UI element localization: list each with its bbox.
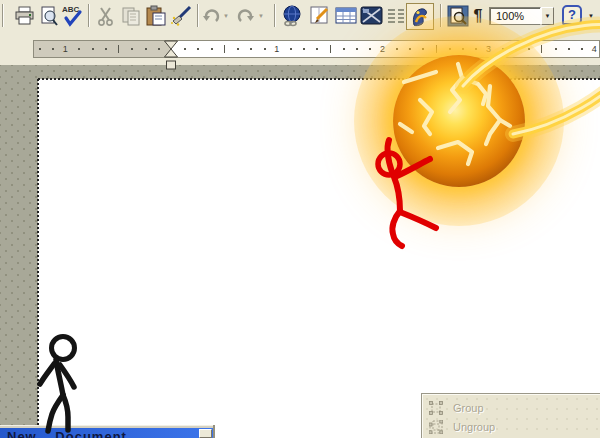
menu-item-ungroup[interactable]: Ungroup	[424, 417, 599, 436]
ruler-tick	[92, 48, 94, 50]
print-button[interactable]	[12, 4, 36, 28]
help-question-icon: ?	[568, 7, 576, 22]
hyperlink-button[interactable]	[280, 4, 304, 28]
spellcheck-icon: ABC	[60, 5, 84, 27]
ruler-tick	[197, 48, 199, 50]
ruler-tick	[237, 48, 239, 50]
ruler-number: 1	[63, 44, 68, 54]
ruler-tick	[369, 48, 371, 50]
redo-arrow-icon	[237, 7, 255, 25]
spellcheck-button[interactable]: ABC	[60, 4, 84, 28]
ruler-tick	[541, 45, 542, 53]
cut-button[interactable]	[94, 4, 118, 28]
page-preview-button[interactable]	[37, 4, 61, 28]
ruler-tick	[118, 45, 119, 53]
group-icon	[429, 401, 443, 415]
ruler-tick	[555, 48, 557, 50]
paste-button[interactable]	[144, 4, 168, 28]
context-menu: Group Ungroup	[421, 393, 600, 438]
undo-button[interactable]	[202, 4, 220, 28]
ruler-tick	[145, 48, 147, 50]
undo-dropdown-arrow[interactable]: ▼	[223, 13, 229, 19]
ruler-tick	[158, 48, 160, 50]
ruler-tick	[264, 48, 266, 50]
ruler-tick	[343, 48, 345, 50]
ruler-tick	[52, 48, 54, 50]
popup-window-fragment: New Document	[0, 425, 215, 438]
ruler-tick	[250, 48, 252, 50]
window-titlebar-button[interactable]	[199, 429, 212, 438]
scissors-icon	[96, 6, 116, 27]
copy-button[interactable]	[119, 4, 143, 28]
page-border-left	[37, 79, 39, 438]
help-button[interactable]: ?	[562, 5, 582, 25]
globe-icon	[281, 5, 304, 27]
window-title: New Document	[7, 429, 127, 438]
copy-icon	[121, 6, 142, 27]
ruler-tick	[356, 48, 358, 50]
menu-item-label: Group	[453, 402, 484, 414]
toolbar-separator	[197, 4, 199, 27]
main-toolbar: ABC	[0, 0, 600, 33]
ungroup-icon	[429, 420, 443, 434]
ruler-tick	[330, 45, 331, 53]
indent-marker[interactable]	[163, 40, 179, 72]
window-right-edge	[213, 425, 215, 438]
ruler-tick	[316, 48, 318, 50]
page-preview-icon	[39, 6, 59, 27]
insert-table-button[interactable]	[334, 4, 358, 28]
insert-graphic-button[interactable]	[359, 4, 383, 28]
ruler-number: 4	[592, 44, 597, 54]
clipboard-icon	[145, 5, 167, 27]
ruler-tick	[131, 48, 133, 50]
ruler-tick	[39, 48, 41, 50]
energy-ball	[393, 55, 525, 187]
ruler-tick	[581, 48, 583, 50]
format-paintbrush-button[interactable]	[169, 4, 193, 28]
ruler-tick	[224, 45, 225, 53]
toolbar-handle	[2, 4, 4, 27]
ruler-tick	[105, 48, 107, 50]
ruler-tick	[290, 48, 292, 50]
ruler-tick	[184, 48, 186, 50]
table-icon	[335, 6, 357, 26]
ruler-tick	[303, 48, 305, 50]
insert-frame-button[interactable]	[308, 4, 332, 28]
graphic-icon	[360, 6, 383, 26]
zoom-combobox-dropdown[interactable]: ▼	[541, 7, 554, 25]
ruler-number: 1	[274, 44, 279, 54]
columns-icon	[387, 7, 405, 25]
printer-icon	[14, 6, 35, 26]
toolbar-separator	[88, 4, 90, 27]
ruler-tick	[211, 48, 213, 50]
chevron-down-icon: ▼	[545, 13, 551, 19]
menu-item-group[interactable]: Group	[424, 398, 599, 417]
help-dropdown-arrow[interactable]: ▼	[588, 13, 594, 19]
ruler-tick	[568, 48, 570, 50]
redo-button[interactable]	[237, 4, 255, 28]
paintbrush-icon	[170, 5, 193, 27]
toolbar-separator	[274, 4, 276, 27]
frame-pencil-icon	[309, 5, 331, 27]
menu-item-label: Ungroup	[453, 421, 495, 433]
application-window: ABC	[0, 0, 600, 438]
redo-dropdown-arrow[interactable]: ▼	[258, 13, 264, 19]
zoom-value: 100%	[496, 10, 524, 22]
undo-arrow-icon	[202, 7, 220, 25]
window-titlebar[interactable]: New Document	[0, 428, 213, 438]
ruler-tick	[78, 48, 80, 50]
columns-button[interactable]	[386, 4, 406, 28]
